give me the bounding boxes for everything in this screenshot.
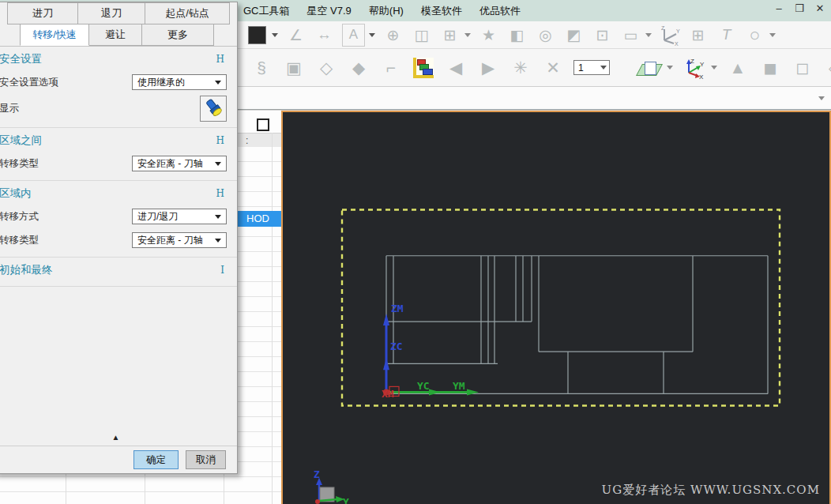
tab-transfer-rapid[interactable]: 转移/快速 (20, 24, 89, 46)
tab-avoidance[interactable]: 避让 (88, 24, 142, 46)
menu-help[interactable]: 帮助(H) (369, 4, 404, 18)
angle-measure-icon[interactable]: ∠ (285, 24, 306, 46)
tab-engage[interactable]: 进刀 (7, 2, 78, 24)
collapse-glyph[interactable]: H (216, 188, 224, 199)
distance-measure-icon[interactable]: ↔ (314, 24, 335, 46)
dialog-tab-row-bottom: 转移/快速 避让 更多 (20, 24, 237, 46)
toolbar-third-dropdown[interactable] (818, 96, 825, 100)
dropdown-arrow-icon (215, 239, 221, 243)
bounded-box-icon[interactable]: ⊡ (592, 24, 613, 46)
ok-button[interactable]: 确定 (133, 450, 179, 469)
layer-stack-dropdown[interactable] (667, 66, 673, 70)
within-method-dropdown[interactable]: 进刀/退刀 (132, 209, 227, 224)
watermark: UG爱好者论坛 WWW.UGSNX.COM (602, 483, 820, 498)
collapse-glyph[interactable]: H (216, 135, 224, 146)
grid-plane-icon[interactable]: ⊞ (687, 24, 709, 46)
orient-cube-icon[interactable]: ◆ (347, 56, 370, 80)
minimize-button[interactable]: ‒ (773, 2, 785, 14)
window-section-icon[interactable]: ◧ (506, 24, 528, 46)
color-swatch-dropdown[interactable] (272, 33, 278, 37)
menu-youpin[interactable]: 优品软件 (479, 4, 521, 18)
text-3d-icon[interactable]: T (716, 24, 737, 46)
rectangle-sketch-icon[interactable]: ▭ (620, 24, 641, 46)
section-between-regions[interactable]: 区域之间 H (0, 130, 237, 152)
cancel-button[interactable]: 取消 (186, 450, 226, 469)
sweep-clean-icon[interactable]: ✳ (509, 56, 532, 80)
transfer-rapid-dialog[interactable]: 进刀 退刀 起点/钻点 转移/快速 避让 更多 安全设置 H 安全设置选项 使用… (0, 2, 238, 474)
collapse-glyph[interactable]: H (216, 54, 224, 65)
layer-stack-icon[interactable] (637, 56, 661, 80)
tab-retract[interactable]: 退刀 (77, 2, 145, 24)
tab-more[interactable]: 更多 (141, 24, 214, 46)
menu-mosheng[interactable]: 模圣软件 (421, 4, 462, 18)
dialog-tab-row-top: 进刀 退刀 起点/钻点 (7, 2, 237, 24)
safety-option-dropdown[interactable]: 使用继承的 (132, 74, 227, 90)
view-triad-icon[interactable]: Z Y X (682, 56, 705, 80)
window-controls: ‒ ❒ ✕ (773, 2, 826, 14)
transform-copy-icon[interactable]: ▣ (282, 56, 306, 80)
menu-gc-toolbox[interactable]: GC工具箱 (243, 4, 290, 18)
close-button[interactable]: ✕ (814, 2, 826, 14)
section-within-regions[interactable]: 区域内 H (0, 182, 237, 205)
zc-label: ZC (390, 340, 403, 352)
nav-forward-icon[interactable]: ▶ (476, 56, 500, 80)
stop-square-icon[interactable] (257, 118, 269, 131)
within-type-dropdown[interactable]: 安全距离 - 刀轴 (132, 232, 227, 248)
move-stamp-icon[interactable]: ◈ (823, 56, 831, 80)
dialog-collapse-arrow[interactable]: ▲ (0, 433, 237, 446)
flashlight-icon (203, 98, 224, 118)
cube-solid-icon[interactable]: ◼ (758, 56, 782, 80)
view-triad-dropdown[interactable] (711, 66, 717, 70)
section-plane-icon[interactable]: ◩ (563, 24, 585, 46)
move-object-icon[interactable]: ⊕ (382, 24, 404, 46)
copy-feature-icon[interactable]: ⊞ (439, 24, 461, 46)
cone-view-icon[interactable]: ▲ (726, 56, 750, 80)
free-rotate-icon[interactable]: ◇ (314, 56, 338, 80)
probe-flashlight-icon[interactable]: ⌐ (379, 56, 403, 80)
display-label: 显示 (0, 102, 19, 115)
section-initial-final-title: 初始和最终 (0, 263, 53, 277)
cylinder-icon[interactable]: ◫ (411, 24, 432, 46)
restore-button[interactable]: ❒ (793, 2, 806, 14)
datum-csys-icon[interactable]: Z Y X (659, 24, 680, 46)
part-wireframe[interactable] (386, 256, 768, 394)
collapse-glyph[interactable]: I (220, 265, 224, 276)
tab-start-drill-point[interactable]: 起点/钻点 (145, 2, 230, 24)
color-swatch-icon[interactable] (246, 24, 268, 46)
circle-sketch-icon[interactable]: ○ (744, 24, 765, 46)
deform-body-icon[interactable]: ◎ (535, 24, 556, 46)
navigator-column-divider (272, 133, 273, 504)
text-annotation-icon[interactable]: A (342, 24, 365, 47)
display-flashlight-button[interactable] (200, 96, 227, 122)
section-safety-settings[interactable]: 安全设置 H (0, 48, 237, 70)
between-type-label: 转移类型 (0, 157, 39, 171)
nav-back-icon[interactable]: ◀ (444, 56, 468, 80)
between-type-dropdown[interactable]: 安全距离 - 刀轴 (132, 156, 227, 171)
text-annotation-dropdown[interactable] (369, 33, 375, 37)
yc-label: YC (417, 380, 430, 392)
delete-thread-icon[interactable]: ✕ (541, 56, 565, 80)
svg-text:Z: Z (661, 25, 665, 31)
section-initial-final[interactable]: 初始和最终 I (0, 259, 237, 281)
boundary-dashed-rect[interactable] (342, 209, 780, 405)
dropdown-arrow-icon (215, 215, 221, 219)
magic-wand-icon[interactable]: ★ (478, 24, 499, 46)
level-combo-dropdown[interactable] (600, 66, 607, 70)
copy-feature-dropdown[interactable] (464, 33, 471, 37)
triad-y-label: Y (343, 496, 349, 504)
section-safety-title: 安全设置 (0, 52, 42, 66)
toolpath-steps-icon[interactable] (412, 56, 435, 80)
level-combo-value: 1 (578, 62, 600, 73)
cube-slot-icon[interactable]: ◻ (791, 56, 814, 80)
dropdown-arrow-icon (215, 81, 221, 85)
level-combo[interactable]: 1 (573, 60, 610, 75)
navigator-selected-label: HOD (246, 213, 269, 224)
thread-mill-icon[interactable]: § (250, 56, 273, 80)
circle-sketch-dropdown[interactable] (769, 33, 776, 37)
section-within-title: 区域内 (0, 186, 32, 201)
menu-xingkong[interactable]: 星空 V7.9 (307, 4, 352, 18)
dropdown-arrow-icon (215, 162, 221, 166)
rectangle-sketch-dropdown[interactable] (645, 33, 652, 37)
view-triad: Z Y (314, 468, 349, 504)
graphics-viewport[interactable]: ZM ZC YC YM XM (281, 111, 831, 504)
